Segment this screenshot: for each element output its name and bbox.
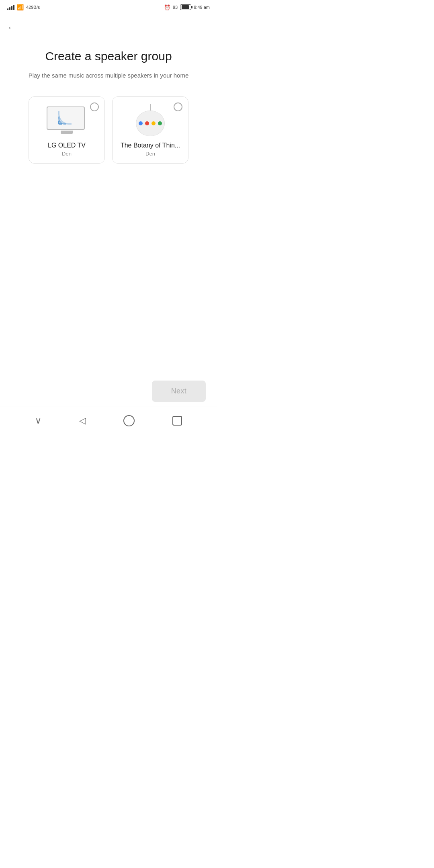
nav-down-icon[interactable]: ∨ <box>35 416 41 426</box>
tv-device-location: Den <box>62 151 72 157</box>
dot-blue <box>139 121 143 125</box>
back-arrow-icon: ← <box>7 23 16 33</box>
dot-red <box>145 121 149 125</box>
dot-green <box>158 121 162 125</box>
home-device-icon <box>126 104 174 136</box>
radio-button-home[interactable] <box>174 102 182 111</box>
home-device-location: Den <box>145 151 155 157</box>
tv-device-name: LG OLED TV <box>48 142 86 149</box>
device-card-home[interactable]: The Botany of Thin... Den <box>112 96 188 164</box>
bottom-nav: ∨ ◁ <box>0 407 217 434</box>
time-display: 9:49 am <box>194 5 210 10</box>
google-home-body-icon <box>136 111 165 136</box>
alarm-icon: ⏰ <box>164 4 170 10</box>
nav-home-icon[interactable] <box>123 415 135 426</box>
dot-yellow <box>151 121 156 125</box>
signal-bars-icon <box>7 4 14 10</box>
device-card-tv[interactable]: LG OLED TV Den <box>29 96 105 164</box>
status-right: ⏰ 93 9:49 am <box>164 4 210 10</box>
next-button[interactable]: Next <box>152 381 206 402</box>
back-button[interactable]: ← <box>0 14 217 37</box>
home-device-name: The Botany of Thin... <box>121 142 180 149</box>
nav-back-icon[interactable]: ◁ <box>79 416 86 426</box>
status-bar: 📶 429B/s ⏰ 93 9:49 am <box>0 0 217 14</box>
radio-button-tv[interactable] <box>90 102 99 111</box>
main-content: Create a speaker group Play the same mus… <box>0 37 217 172</box>
status-left: 📶 429B/s <box>7 4 40 10</box>
tv-device-icon <box>43 104 91 136</box>
network-speed: 429B/s <box>26 5 40 10</box>
page-title: Create a speaker group <box>45 49 172 63</box>
cast-icon <box>58 112 74 125</box>
devices-grid: LG OLED TV Den The Botany of Thin... Den <box>14 96 203 164</box>
page-subtitle: Play the same music across multiple spea… <box>29 71 189 80</box>
bottom-area: Next <box>152 381 206 402</box>
wifi-icon: 📶 <box>17 4 24 10</box>
battery-icon <box>180 4 191 10</box>
nav-recents-icon[interactable] <box>172 416 182 426</box>
battery-percent: 93 <box>173 5 178 10</box>
